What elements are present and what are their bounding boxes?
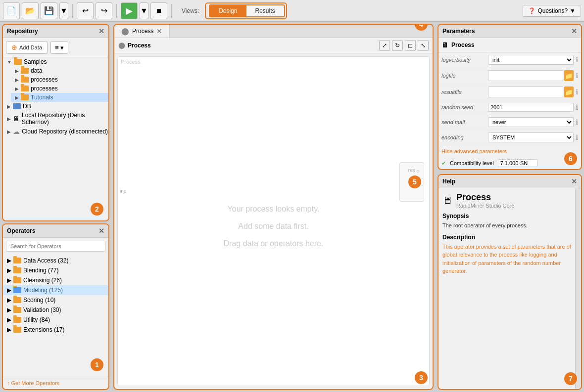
param-value-resultfile: 📁 <box>488 87 574 97</box>
tree-label: processes <box>31 76 58 83</box>
compat-label: Compatibility level <box>450 160 494 166</box>
empty-line-2: Add some data first. <box>224 218 324 235</box>
save-arrow-button[interactable]: ▼ <box>59 2 68 19</box>
tree-item-processes[interactable]: ▶ processes <box>11 75 108 84</box>
parameters-close-button[interactable]: ✕ <box>571 27 577 35</box>
expand-arrow: ▶ <box>7 287 11 294</box>
views-tabs: Design Results <box>205 2 287 19</box>
tab-label: Process <box>132 28 153 35</box>
process-tab-process[interactable]: ⬤ Process ✕ <box>114 25 170 38</box>
divider3 <box>171 4 172 18</box>
help-scrollbar[interactable] <box>575 188 581 389</box>
expand-arrow: ▶ <box>7 277 11 284</box>
play-button[interactable]: ▶ <box>121 2 138 19</box>
hide-advanced-params-link[interactable]: Hide advanced parameters <box>441 148 578 154</box>
operators-item-blending[interactable]: ▶ Blending (77) <box>3 265 108 275</box>
tree-item-cloud-repo[interactable]: ▶ ☁ Cloud Repository (disconnected) <box>3 127 108 136</box>
design-tab[interactable]: Design <box>210 5 246 16</box>
expand-arrow: ▶ <box>7 104 11 109</box>
operators-item-scoring[interactable]: ▶ Scoring (10) <box>3 295 108 305</box>
op-label: Scoring (10) <box>23 297 55 304</box>
views-tab-group: Design Results <box>209 4 285 17</box>
operators-search-input[interactable] <box>6 241 105 252</box>
sendmail-select[interactable]: never <box>488 117 574 127</box>
operators-item-utility[interactable]: ▶ Utility (84) <box>3 315 108 325</box>
tree-item-samples[interactable]: ▼ Samples <box>3 57 108 66</box>
redo-button[interactable]: ↪ <box>96 2 112 19</box>
param-info-logverbosity[interactable]: ℹ <box>576 56 578 64</box>
play-arrow-button[interactable]: ▼ <box>140 2 148 19</box>
badge-5: 5 <box>408 175 421 188</box>
repository-menu-button[interactable]: ≡ ▾ <box>50 41 68 54</box>
folder-icon <box>21 94 29 100</box>
open-button[interactable]: 📂 <box>22 2 39 19</box>
help-body: 🖥 Process RapidMiner Studio Core Synopsi… <box>438 188 581 389</box>
expand-arrow: ▶ <box>15 68 19 74</box>
resultfile-browse-button[interactable]: 📁 <box>564 87 574 97</box>
param-label-randomseed: random seed <box>441 104 486 110</box>
operators-close-button[interactable]: ✕ <box>98 227 104 235</box>
get-more-operators-link[interactable]: ↑ Get More Operators <box>3 377 108 389</box>
expand-arrow: ▶ <box>7 326 11 333</box>
resultfile-input[interactable] <box>488 87 563 97</box>
logfile-input[interactable] <box>488 70 563 81</box>
param-info-logfile[interactable]: ℹ <box>576 72 578 80</box>
tree-item-local-repo[interactable]: ▶ 🖥 Local Repository (Denis Schernov) <box>3 111 108 127</box>
op-label: Utility (84) <box>23 316 50 323</box>
tree-label: processes <box>31 85 58 92</box>
param-info-resultfile[interactable]: ℹ <box>576 88 578 96</box>
process-tab-close[interactable]: ✕ <box>156 27 162 35</box>
process-toolbar-icons: ⤢ ↻ ◻ ⤡ <box>379 40 429 51</box>
param-info-sendmail[interactable]: ℹ <box>576 118 578 126</box>
stop-button[interactable]: ■ <box>150 2 167 19</box>
help-process-icon: 🖥 <box>442 195 452 206</box>
encoding-select[interactable]: SYSTEM <box>488 132 574 142</box>
save-button[interactable]: 💾 <box>41 2 57 19</box>
folder-icon <box>14 59 22 65</box>
process-port-inp: inp <box>120 188 126 194</box>
operators-item-extensions[interactable]: ▶ Extensions (17) <box>3 325 108 335</box>
compat-value-input[interactable] <box>498 159 537 167</box>
tree-label: data <box>31 67 42 74</box>
proc-icon-btn-1[interactable]: ⤢ <box>379 40 390 51</box>
help-close-button[interactable]: ✕ <box>571 177 577 185</box>
center-column: ⬤ Process ✕ ⬤ Process ⤢ ↻ ◻ ⤡ <box>111 22 436 392</box>
new-button[interactable]: 📄 <box>3 2 20 19</box>
process-canvas[interactable]: Process Your process looks empty. Add so… <box>117 56 430 386</box>
logverbosity-select[interactable]: init <box>488 55 574 65</box>
repository-header: Repository ✕ <box>3 25 108 38</box>
param-row-randomseed: random seed ℹ <box>438 100 581 115</box>
param-info-randomseed[interactable]: ℹ <box>576 103 578 111</box>
undo-button[interactable]: ↩ <box>77 2 94 19</box>
proc-icon-btn-4[interactable]: ⤡ <box>418 40 429 51</box>
logfile-browse-button[interactable]: 📁 <box>564 70 574 81</box>
folder-icon <box>13 267 21 273</box>
res-label: res <box>408 168 415 173</box>
proc-icon-btn-3[interactable]: ◻ <box>405 40 416 51</box>
operators-item-modeling[interactable]: ▶ Modeling (125) <box>3 285 108 295</box>
randomseed-input[interactable] <box>488 103 574 112</box>
tree-item-db[interactable]: ▶ DB <box>3 102 108 111</box>
add-data-label: Add Data <box>19 44 42 50</box>
help-process-subtitle: RapidMiner Studio Core <box>456 203 514 209</box>
questions-button[interactable]: ❓ Questions? ▼ <box>523 5 581 17</box>
repository-close-button[interactable]: ✕ <box>98 27 104 35</box>
divider1 <box>72 4 73 18</box>
results-tab[interactable]: Results <box>246 5 284 16</box>
expand-arrow: ▶ <box>7 306 11 313</box>
tree-item-templates[interactable]: ▶ processes <box>11 84 108 93</box>
local-icon: 🖥 <box>13 115 20 123</box>
param-info-encoding[interactable]: ℹ <box>576 133 578 141</box>
operators-item-cleansing[interactable]: ▶ Cleansing (26) <box>3 275 108 285</box>
parameters-process-title: 🖥 Process <box>438 38 581 52</box>
add-data-button[interactable]: ⊕ Add Data <box>6 41 48 54</box>
tree-item-data[interactable]: ▶ data <box>11 66 108 75</box>
questions-arrow: ▼ <box>570 7 576 14</box>
operators-item-data-access[interactable]: ▶ Data Access (32) <box>3 256 108 265</box>
tree-item-tutorials[interactable]: ▶ Tutorials <box>11 93 108 102</box>
param-value-logverbosity: init <box>488 55 574 65</box>
param-row-resultfile: resultfile 📁 ℹ <box>438 84 581 100</box>
operators-item-validation[interactable]: ▶ Validation (30) <box>3 305 108 315</box>
process-tab-bar: ⬤ Process ✕ <box>114 25 433 38</box>
proc-icon-btn-2[interactable]: ↻ <box>392 40 403 51</box>
